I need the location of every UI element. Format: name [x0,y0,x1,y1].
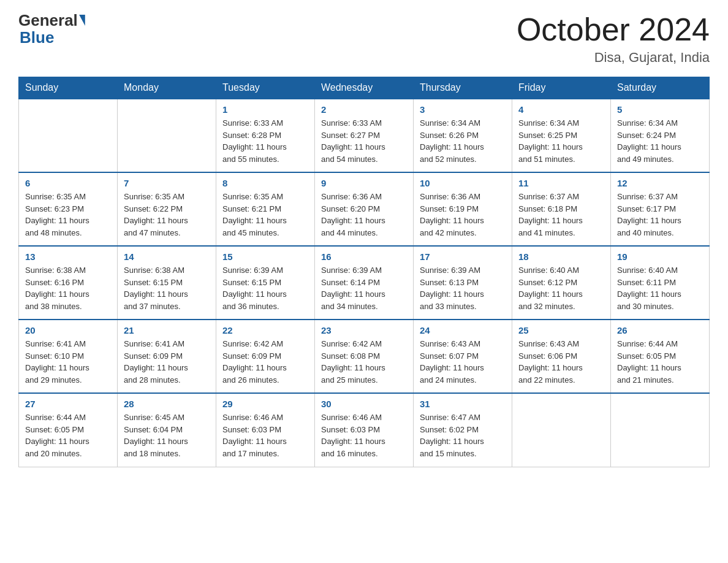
day-info: Sunrise: 6:40 AMSunset: 6:11 PMDaylight:… [617,266,681,311]
calendar-cell: 16Sunrise: 6:39 AMSunset: 6:14 PMDayligh… [315,246,414,320]
calendar-cell [118,99,216,172]
logo-triangle-icon [79,15,85,26]
calendar-cell: 27Sunrise: 6:44 AMSunset: 6:05 PMDayligh… [19,393,118,467]
day-info: Sunrise: 6:41 AMSunset: 6:09 PMDaylight:… [124,339,188,385]
day-info: Sunrise: 6:39 AMSunset: 6:14 PMDaylight:… [321,266,385,311]
day-info: Sunrise: 6:39 AMSunset: 6:15 PMDaylight:… [222,266,287,311]
calendar-cell: 21Sunrise: 6:41 AMSunset: 6:09 PMDayligh… [118,320,216,393]
day-number: 29 [222,399,308,409]
calendar-cell: 1Sunrise: 6:33 AMSunset: 6:28 PMDaylight… [216,99,315,172]
day-info: Sunrise: 6:33 AMSunset: 6:28 PMDaylight:… [222,118,287,164]
calendar-cell: 6Sunrise: 6:35 AMSunset: 6:23 PMDaylight… [19,172,118,246]
day-info: Sunrise: 6:42 AMSunset: 6:08 PMDaylight:… [321,339,385,385]
day-number: 24 [420,325,506,335]
day-number: 15 [222,251,308,262]
calendar-cell: 30Sunrise: 6:46 AMSunset: 6:03 PMDayligh… [315,393,414,467]
calendar-cell: 22Sunrise: 6:42 AMSunset: 6:09 PMDayligh… [216,320,315,393]
day-info: Sunrise: 6:41 AMSunset: 6:10 PMDaylight:… [25,339,89,385]
calendar-cell [512,393,611,467]
day-number: 8 [222,178,308,188]
day-number: 22 [222,325,308,335]
day-number: 26 [617,325,703,335]
weekday-header-row: SundayMondayTuesdayWednesdayThursdayFrid… [19,77,710,99]
day-number: 25 [518,325,604,335]
calendar-cell: 12Sunrise: 6:37 AMSunset: 6:17 PMDayligh… [611,172,710,246]
day-info: Sunrise: 6:43 AMSunset: 6:06 PMDaylight:… [518,339,583,385]
day-number: 21 [124,325,210,335]
logo: General [18,12,86,28]
title-area: October 2024 Disa, Gujarat, India [517,12,710,66]
calendar-cell [19,99,118,172]
weekday-header-saturday: Saturday [611,77,710,99]
day-number: 17 [420,251,506,262]
calendar-week-1: 1Sunrise: 6:33 AMSunset: 6:28 PMDaylight… [19,99,710,172]
calendar-cell: 2Sunrise: 6:33 AMSunset: 6:27 PMDaylight… [315,99,414,172]
day-number: 1 [222,104,308,115]
day-number: 2 [321,104,407,115]
day-info: Sunrise: 6:46 AMSunset: 6:03 PMDaylight:… [321,413,385,458]
calendar-cell: 9Sunrise: 6:36 AMSunset: 6:20 PMDaylight… [315,172,414,246]
day-info: Sunrise: 6:39 AMSunset: 6:13 PMDaylight:… [420,266,484,311]
day-info: Sunrise: 6:35 AMSunset: 6:22 PMDaylight:… [124,192,188,237]
calendar-cell: 25Sunrise: 6:43 AMSunset: 6:06 PMDayligh… [512,320,611,393]
calendar-week-2: 6Sunrise: 6:35 AMSunset: 6:23 PMDaylight… [19,172,710,246]
day-info: Sunrise: 6:36 AMSunset: 6:19 PMDaylight:… [420,192,484,237]
calendar-cell: 13Sunrise: 6:38 AMSunset: 6:16 PMDayligh… [19,246,118,320]
day-number: 31 [420,399,506,409]
logo-general-text: General [18,12,78,28]
day-info: Sunrise: 6:38 AMSunset: 6:16 PMDaylight:… [25,266,89,311]
weekday-header-tuesday: Tuesday [216,77,315,99]
day-info: Sunrise: 6:43 AMSunset: 6:07 PMDaylight:… [420,339,484,385]
day-number: 9 [321,178,407,188]
calendar-cell: 19Sunrise: 6:40 AMSunset: 6:11 PMDayligh… [611,246,710,320]
day-info: Sunrise: 6:42 AMSunset: 6:09 PMDaylight:… [222,339,287,385]
day-number: 10 [420,178,506,188]
day-number: 19 [617,251,703,262]
day-number: 6 [25,178,111,188]
logo-blue-text: Blue [20,28,54,47]
day-info: Sunrise: 6:34 AMSunset: 6:24 PMDaylight:… [617,118,681,164]
day-number: 4 [518,104,604,115]
calendar-cell: 15Sunrise: 6:39 AMSunset: 6:15 PMDayligh… [216,246,315,320]
day-number: 30 [321,399,407,409]
weekday-header-monday: Monday [118,77,216,99]
day-number: 12 [617,178,703,188]
calendar-cell: 8Sunrise: 6:35 AMSunset: 6:21 PMDaylight… [216,172,315,246]
weekday-header-sunday: Sunday [19,77,118,99]
weekday-header-friday: Friday [512,77,611,99]
page-header: General Blue October 2024 Disa, Gujarat,… [18,12,710,66]
day-number: 27 [25,399,111,409]
day-info: Sunrise: 6:35 AMSunset: 6:23 PMDaylight:… [25,192,89,237]
logo-area: General Blue [18,12,86,47]
calendar-table: SundayMondayTuesdayWednesdayThursdayFrid… [18,77,710,467]
calendar-week-5: 27Sunrise: 6:44 AMSunset: 6:05 PMDayligh… [19,393,710,467]
day-info: Sunrise: 6:45 AMSunset: 6:04 PMDaylight:… [124,413,188,458]
calendar-cell: 17Sunrise: 6:39 AMSunset: 6:13 PMDayligh… [414,246,512,320]
weekday-header-wednesday: Wednesday [315,77,414,99]
calendar-cell: 14Sunrise: 6:38 AMSunset: 6:15 PMDayligh… [118,246,216,320]
calendar-cell: 11Sunrise: 6:37 AMSunset: 6:18 PMDayligh… [512,172,611,246]
calendar-cell: 7Sunrise: 6:35 AMSunset: 6:22 PMDaylight… [118,172,216,246]
day-info: Sunrise: 6:46 AMSunset: 6:03 PMDaylight:… [222,413,287,458]
day-info: Sunrise: 6:40 AMSunset: 6:12 PMDaylight:… [518,266,583,311]
calendar-cell: 24Sunrise: 6:43 AMSunset: 6:07 PMDayligh… [414,320,512,393]
day-number: 20 [25,325,111,335]
calendar-cell: 10Sunrise: 6:36 AMSunset: 6:19 PMDayligh… [414,172,512,246]
day-number: 13 [25,251,111,262]
day-info: Sunrise: 6:44 AMSunset: 6:05 PMDaylight:… [617,339,681,385]
calendar-cell: 23Sunrise: 6:42 AMSunset: 6:08 PMDayligh… [315,320,414,393]
day-number: 28 [124,399,210,409]
day-number: 11 [518,178,604,188]
day-info: Sunrise: 6:37 AMSunset: 6:17 PMDaylight:… [617,192,681,237]
day-info: Sunrise: 6:34 AMSunset: 6:25 PMDaylight:… [518,118,583,164]
calendar-cell: 26Sunrise: 6:44 AMSunset: 6:05 PMDayligh… [611,320,710,393]
calendar-cell: 20Sunrise: 6:41 AMSunset: 6:10 PMDayligh… [19,320,118,393]
day-info: Sunrise: 6:38 AMSunset: 6:15 PMDaylight:… [124,266,188,311]
location-label: Disa, Gujarat, India [517,50,710,66]
day-info: Sunrise: 6:35 AMSunset: 6:21 PMDaylight:… [222,192,287,237]
day-number: 14 [124,251,210,262]
day-info: Sunrise: 6:37 AMSunset: 6:18 PMDaylight:… [518,192,583,237]
day-info: Sunrise: 6:34 AMSunset: 6:26 PMDaylight:… [420,118,484,164]
weekday-header-thursday: Thursday [414,77,512,99]
day-info: Sunrise: 6:33 AMSunset: 6:27 PMDaylight:… [321,118,385,164]
